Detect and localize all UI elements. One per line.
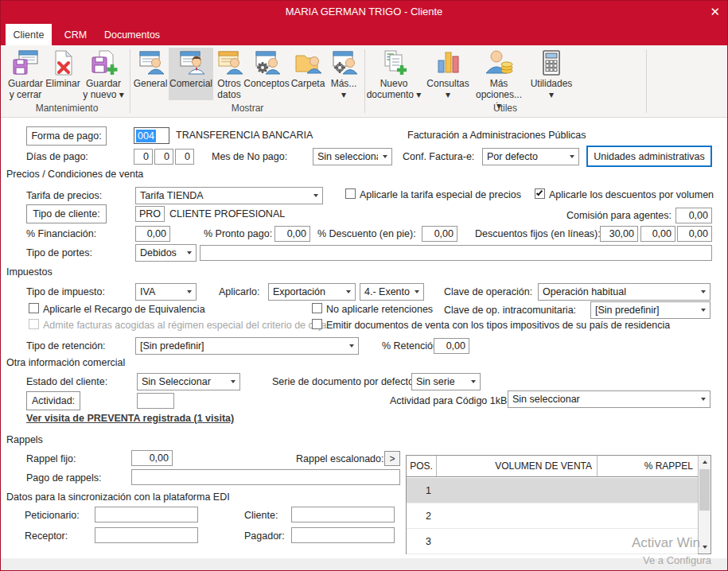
scrollbar-thumb[interactable] <box>699 469 710 511</box>
pronto-pago-label: % Pronto pago: <box>204 228 272 239</box>
comercial-button[interactable]: Comercial <box>169 48 213 100</box>
pago-rappels-input[interactable] <box>131 469 400 485</box>
carpeta-button[interactable]: Carpeta <box>290 48 326 100</box>
ribbon-separator <box>646 49 647 113</box>
descuento-fijo-input-2[interactable]: 0,00 <box>640 226 675 242</box>
serie-documento-label: Serie de documento por defecto: <box>272 376 416 387</box>
tarifa-precios-value: Tarifa TIENDA <box>136 190 309 201</box>
tipo-portes-label: Tipo de portes: <box>26 247 92 258</box>
retencion-pct-input[interactable]: 0,00 <box>434 338 469 354</box>
dias-pago-input-1[interactable]: 0 <box>134 149 153 165</box>
mas-opciones-label: Más opciones... ▾ <box>473 78 525 111</box>
guardar-cerrar-button[interactable]: Guardar y cerrar <box>5 48 46 100</box>
descuento-fijo-input-3[interactable]: 0,00 <box>677 226 712 242</box>
rappel-escalonado-button[interactable]: > <box>384 451 400 466</box>
consultas-button[interactable]: Consultas ▾ <box>426 48 470 100</box>
rappel-table-header: POS. VOLUMEN DE VENTA % RAPPEL <box>407 456 698 477</box>
comision-agentes-input[interactable]: 0,00 <box>675 208 712 223</box>
no-retenciones-checkbox[interactable] <box>312 303 322 313</box>
nuevo-documento-button[interactable]: Nuevo documento ▾ <box>366 48 422 100</box>
window-person-orange-icon <box>215 49 243 77</box>
clave-operacion-select[interactable]: Operación habitual <box>538 283 710 301</box>
tipo-impuesto-value: IVA <box>136 286 182 297</box>
pronto-pago-input[interactable]: 0,00 <box>274 226 310 242</box>
chevron-down-icon <box>182 284 196 300</box>
pagador-input[interactable] <box>291 527 395 543</box>
edi-cliente-input[interactable] <box>291 507 395 522</box>
tipo-impuesto-select[interactable]: IVA <box>135 283 197 301</box>
serie-documento-select[interactable]: Sin serie <box>411 373 481 390</box>
preventa-link[interactable]: Ver visita de PREVENTA registrada (1 vis… <box>26 413 234 424</box>
col-volumen-header: VOLUMEN DE VENTA <box>437 456 598 476</box>
table-row[interactable]: 1 <box>407 478 698 503</box>
tipo-portes-select[interactable]: Debidos <box>135 244 197 262</box>
portes-texto-input[interactable] <box>200 245 712 261</box>
tipo-de-cliente-button[interactable]: Tipo de cliente: <box>26 204 107 223</box>
general-button[interactable]: General <box>132 48 169 100</box>
mas-opciones-button[interactable]: Más opciones... ▾ <box>473 48 525 100</box>
clave-intra-select[interactable]: [Sin predefinir] <box>590 301 710 319</box>
chevron-down-icon <box>378 149 391 165</box>
delete-icon <box>49 49 77 77</box>
edi-cliente-label: Cliente: <box>244 510 278 521</box>
descuento-pie-input[interactable]: 0,00 <box>422 226 457 242</box>
unidades-administrativas-button[interactable]: Unidades administrativas <box>586 146 712 167</box>
tab-documentos[interactable]: Documentos <box>98 24 166 45</box>
descuento-fijo-input-1[interactable]: 30,00 <box>600 226 638 242</box>
dias-pago-input-2[interactable]: 0 <box>154 149 173 165</box>
table-scrollbar[interactable] <box>698 456 710 554</box>
otros-datos-button[interactable]: Otros datos <box>213 48 245 100</box>
group-mantenimiento-label: Mantenimiento <box>6 103 127 114</box>
pago-rappels-label: Pago de rappels: <box>26 472 102 484</box>
forma-pago-codigo-input[interactable]: 004 <box>134 127 169 144</box>
rappel-fijo-label: Rappel fijo: <box>26 453 76 464</box>
mas-mostrar-button[interactable]: Más... ▾ <box>326 48 361 100</box>
forma-de-pago-button[interactable]: Forma de pago: <box>26 126 107 146</box>
close-icon[interactable]: ✕ <box>710 5 720 19</box>
tipo-cliente-codigo-input[interactable]: PRO <box>135 206 165 222</box>
tarifa-especial-checkbox[interactable] <box>345 188 356 199</box>
scroll-up-icon[interactable] <box>699 456 710 468</box>
tarifa-precios-select[interactable]: Tarifa TIENDA <box>135 187 323 204</box>
actividad-input[interactable] <box>137 393 174 409</box>
clave-operacion-label: Clave de operación: <box>444 286 532 297</box>
guardar-nuevo-button[interactable]: Guardar y nuevo ▾ <box>80 48 127 100</box>
window-bottom-strip <box>1 558 727 570</box>
scroll-down-icon[interactable] <box>699 541 710 554</box>
tipo-retencion-select[interactable]: [Sin predefinir] <box>135 337 359 355</box>
aplicarlo-label: Aplicarlo: <box>219 286 259 297</box>
utilidades-button[interactable]: Utilidades ▾ <box>528 48 574 100</box>
recargo-equivalencia-checkbox[interactable] <box>29 303 39 313</box>
tab-cliente[interactable]: Cliente <box>6 24 52 45</box>
general-label: General <box>134 78 168 89</box>
dias-pago-input-3[interactable]: 0 <box>175 149 194 165</box>
chevron-down-icon <box>696 302 710 318</box>
pagador-label: Pagador: <box>244 530 285 542</box>
financiacion-input[interactable]: 0,00 <box>135 226 170 242</box>
estado-cliente-select[interactable]: Sin Seleccionar <box>137 373 240 390</box>
emitir-residencia-checkbox[interactable] <box>312 319 322 329</box>
table-row[interactable]: 2 <box>407 503 698 529</box>
col-rappel-header: % RAPPEL <box>598 456 698 476</box>
mes-no-pago-select[interactable]: Sin seleccionar <box>313 148 392 165</box>
actividad-button[interactable]: Actividad: <box>26 391 80 410</box>
person-coins-icon <box>485 49 513 77</box>
forma-pago-descripcion: TRANSFERENCIA BANCARIA <box>176 130 313 141</box>
aplicarlo-select[interactable]: Exportación <box>268 283 356 301</box>
actividad-1kb-select[interactable]: Sin seleccionar <box>508 390 710 408</box>
conf-factura-value: Por defecto <box>483 151 565 162</box>
tab-crm[interactable]: CRM <box>60 24 91 45</box>
eliminar-button[interactable]: Eliminar <box>46 48 80 100</box>
receptor-input[interactable] <box>95 527 198 543</box>
title-bar: MARIA GERMAN TRIGO - Cliente ✕ <box>0 0 728 24</box>
exento-select[interactable]: 4.- Exento <box>360 283 424 301</box>
clave-operacion-value: Operación habitual <box>539 286 696 297</box>
descuentos-volumen-checkbox[interactable] <box>535 188 545 199</box>
rappel-fijo-input[interactable]: 0,00 <box>131 450 173 466</box>
peticionario-input[interactable] <box>95 507 198 522</box>
group-mostrar-label: Mostrar <box>132 103 363 114</box>
conf-factura-select[interactable]: Por defecto <box>482 148 579 165</box>
conceptos-button[interactable]: Conceptos <box>243 48 290 100</box>
table-row[interactable]: 3 <box>407 529 698 554</box>
peticionario-label: Peticionario: <box>25 510 80 521</box>
